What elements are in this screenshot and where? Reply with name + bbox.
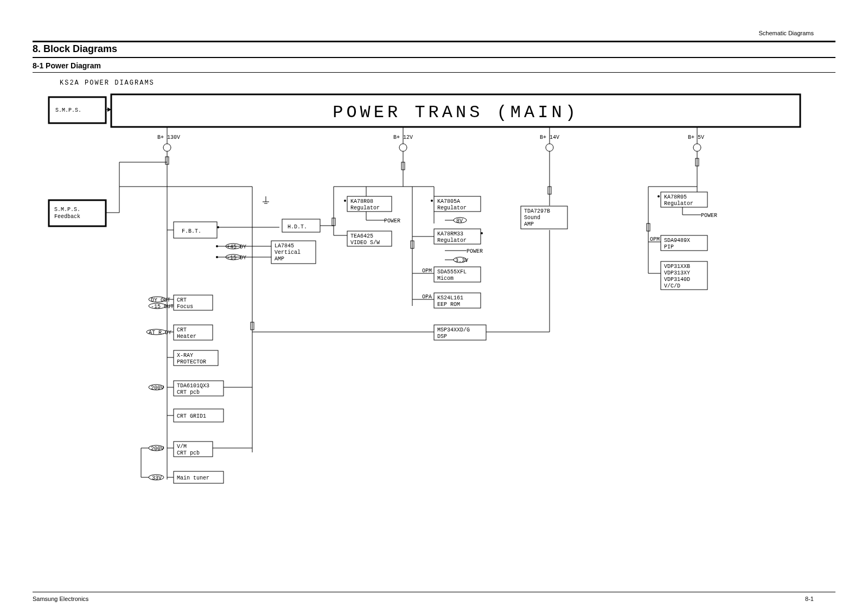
ks24l161-l2: EEP ROM <box>437 302 460 308</box>
main-tuner-label: Main tuner <box>177 475 209 481</box>
tag-power-c: POWER <box>701 213 717 219</box>
crt-heater-l1: CRT <box>177 327 187 333</box>
smps-feedback-line2: Feedback <box>54 214 80 220</box>
ka78rm33-l1: KA78RM33 <box>437 231 463 237</box>
crt-grid1-label: CRT GRID1 <box>177 413 206 419</box>
tag-opm-a: OPM <box>422 268 432 274</box>
tag-opa: OPA <box>422 294 432 300</box>
subsection-title: 8-1 Power Diagram <box>33 61 835 72</box>
svg-point-50 <box>481 232 483 234</box>
ka78r08-l1: KA78R08 <box>350 199 373 204</box>
ka78r05-l2: Regulator <box>664 201 693 207</box>
tag-heater: AT R.DY <box>149 330 171 336</box>
ka78rm33-l2: Regulator <box>437 238 467 244</box>
section-title: 8. Block Diagrams <box>33 42 835 57</box>
power-trans-title: POWER TRANS (MAIN) <box>333 103 579 123</box>
svg-point-11 <box>546 144 553 151</box>
doc-section-label: Schematic Diagrams <box>759 30 814 36</box>
vdp-l3: VDP3140D <box>664 277 690 283</box>
fbt-label: F.B.T. <box>182 228 201 234</box>
ka78r05-l1: KA78R05 <box>664 194 687 200</box>
crt-heater-l2: Heater <box>177 334 196 340</box>
xray-l1: X-RAY <box>177 353 193 359</box>
svg-point-3 <box>163 144 171 151</box>
rail-5v-label: B+ 5V <box>688 135 704 140</box>
tag-tda6101: 200V <box>151 385 164 391</box>
la7845-l3: AMP <box>275 256 284 262</box>
tda7297b-l2: Sound <box>524 215 540 221</box>
rule-mid <box>33 57 835 58</box>
sda9489x-l2: PIP <box>664 244 674 250</box>
sda555xfl-l1: SDA555XFL <box>437 269 467 275</box>
tag-focus-a: DY OUT <box>151 297 170 303</box>
tag-3p3: 3.3V <box>455 258 468 264</box>
power-diagram-svg: POWER TRANS (MAIN) S.M.P.S. S.M.P.S. Fee… <box>33 78 835 545</box>
rule-thin <box>33 72 835 73</box>
smps-label: S.M.P.S. <box>55 107 81 113</box>
vdp-l2: VDP313XY <box>664 270 690 276</box>
tda6101-l2: CRT pcb <box>177 389 200 395</box>
tda7297b-l1: TDA7297B <box>524 208 550 214</box>
tag-vm: 200V <box>151 446 164 452</box>
la7845-l1: LA7845 <box>275 243 294 249</box>
crt-focus-l2: Focus <box>177 304 193 310</box>
smps-feedback-line1: S.M.P.S. <box>54 207 80 213</box>
svg-point-35 <box>216 245 218 247</box>
tag-power-a: POWER <box>384 218 400 224</box>
smps-feedback-box <box>49 200 106 226</box>
diagram-container: KS2A POWER DIAGRAMS POWER TRANS (MAIN) S… <box>33 78 835 545</box>
msp34-l1: MSP34XXD/G <box>437 327 470 333</box>
svg-point-46 <box>431 200 433 202</box>
hdt-label: H.D.T. <box>288 224 307 230</box>
tag-45dy: +45 DY <box>227 244 246 250</box>
svg-point-41 <box>344 200 346 202</box>
tea6425-l2: VIDEO S/W <box>350 240 380 246</box>
vm-l1: V/M <box>177 444 187 450</box>
footer-right: 8-1 <box>805 596 814 602</box>
crt-focus-l1: CRT <box>177 297 187 303</box>
ka7805a-l1: KA7805A <box>437 199 460 204</box>
tda7297b-l3: AMP <box>524 221 534 227</box>
svg-point-62 <box>658 195 660 197</box>
sda555xfl-l2: Micom <box>437 276 454 282</box>
msp34-l2: DSP <box>437 334 447 340</box>
diagram-caption: KS2A POWER DIAGRAMS <box>60 79 155 87</box>
tag-15dy: -15 DY <box>227 255 246 261</box>
tda6101-l1: TDA6101QX3 <box>177 383 209 389</box>
svg-point-15 <box>693 144 701 151</box>
sda9489x-l1: SDA9489X <box>664 238 690 244</box>
svg-point-36 <box>216 256 218 258</box>
xray-l2: PROTECTOR <box>177 359 206 365</box>
la7845-l2: Vertical <box>275 250 301 255</box>
footer-left: Samsung Electronics <box>33 596 88 602</box>
ka78r08-l2: Regulator <box>350 205 380 211</box>
rail-130v-label: B+ 130V <box>157 135 180 140</box>
vdp-l4: V/C/D <box>664 283 680 289</box>
vdp-l1: VDP31XXB <box>664 264 690 270</box>
ks24l161-l1: KS24L161 <box>437 295 463 301</box>
tag-8v: 8V <box>456 218 463 224</box>
svg-point-7 <box>399 144 407 151</box>
footer-rule <box>33 592 835 592</box>
ka7805a-l2: Regulator <box>437 205 467 211</box>
tag-tuner: 33V <box>152 475 162 481</box>
tag-focus-b: -15 OUT <box>151 304 174 310</box>
tea6425-l1: TEA6425 <box>350 233 373 239</box>
tag-power-b: POWER <box>467 248 483 254</box>
vm-l2: CRT pcb <box>177 450 200 456</box>
tag-opm-b: OPM <box>650 236 660 242</box>
